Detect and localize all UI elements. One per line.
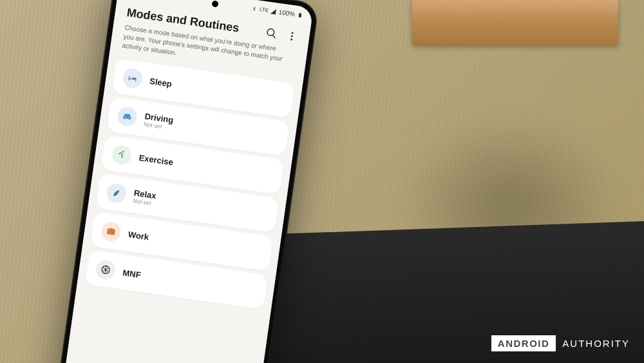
mode-label: MNF <box>122 268 142 280</box>
battery-percent: 100% <box>278 8 296 17</box>
bed-icon <box>122 67 144 89</box>
watermark: ANDROID AUTHORITY <box>491 335 630 351</box>
watermark-brand-boxed: ANDROID <box>491 335 556 351</box>
signal-icon <box>270 8 277 15</box>
svg-line-4 <box>272 35 276 38</box>
svg-point-6 <box>291 35 293 37</box>
bluetooth-icon <box>251 5 258 12</box>
svg-point-3 <box>267 28 274 36</box>
svg-point-5 <box>291 32 293 34</box>
briefcase-icon <box>100 221 122 242</box>
svg-point-8 <box>122 151 124 153</box>
watermark-brand-rest: AUTHORITY <box>556 335 630 351</box>
svg-point-7 <box>290 39 292 41</box>
wood-ledge <box>412 0 618 45</box>
leaf-icon <box>106 182 128 204</box>
more-options-icon[interactable] <box>285 30 298 43</box>
custom-mode-icon <box>95 259 117 280</box>
network-type: LTE <box>259 6 269 14</box>
mode-label: Exercise <box>138 153 174 167</box>
battery-icon <box>296 11 303 18</box>
search-icon[interactable] <box>265 27 278 40</box>
exercise-icon <box>111 144 133 166</box>
modes-list: Sleep Driving Not set Exercise <box>77 54 303 311</box>
mode-label: Sleep <box>149 76 173 89</box>
car-icon <box>117 106 138 128</box>
svg-rect-1 <box>299 13 302 17</box>
mode-label: Work <box>128 229 149 241</box>
